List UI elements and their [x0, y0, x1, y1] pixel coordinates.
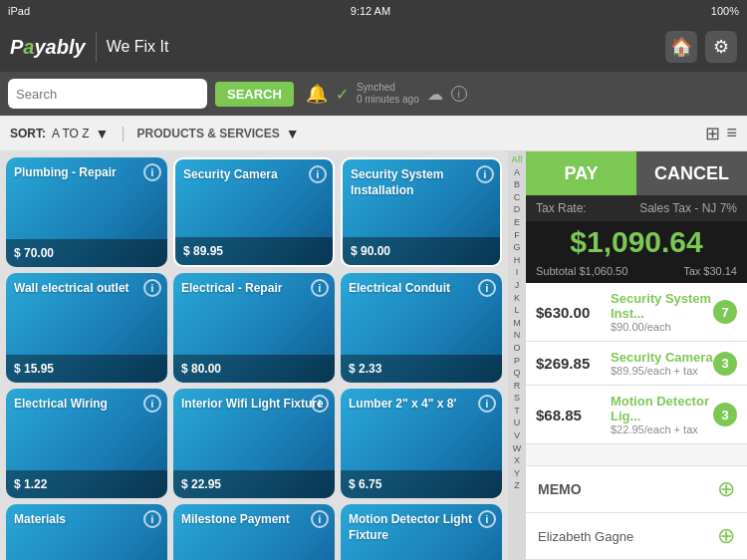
search-box	[8, 79, 207, 109]
product-info-icon[interactable]: i	[143, 395, 161, 413]
alpha-letter-H[interactable]: H	[514, 254, 521, 267]
tax-rate-row: Tax Rate: Sales Tax - NJ 7%	[526, 195, 747, 221]
product-info-icon[interactable]: i	[478, 510, 496, 528]
battery-label: 100%	[711, 5, 739, 17]
alpha-letter-B[interactable]: B	[514, 178, 520, 191]
product-info-icon[interactable]: i	[311, 279, 329, 297]
product-price-bar: $ 6.75	[341, 470, 502, 498]
alpha-letter-C[interactable]: C	[514, 191, 521, 204]
product-info-icon[interactable]: i	[478, 279, 496, 297]
alpha-letter-M[interactable]: M	[513, 317, 521, 330]
product-card-p7[interactable]: i Electrical Wiring $ 1.22	[6, 389, 167, 498]
product-price-bar: $ 1.22	[6, 470, 167, 498]
cancel-button[interactable]: CANCEL	[636, 151, 747, 195]
product-card-p10[interactable]: i Materials	[6, 504, 167, 560]
product-info-icon[interactable]: i	[143, 510, 161, 528]
alpha-letter-Z[interactable]: Z	[514, 479, 520, 492]
settings-button[interactable]: ⚙	[705, 31, 737, 63]
grid-view-icon[interactable]: ⊞	[705, 123, 720, 144]
alpha-letter-E[interactable]: E	[514, 216, 520, 229]
view-toggle: ⊞ ≡	[705, 123, 737, 144]
memo-row[interactable]: MEMO ⊕	[526, 465, 747, 513]
alpha-letter-G[interactable]: G	[513, 241, 520, 254]
product-info-icon[interactable]: i	[476, 165, 494, 183]
info-icon[interactable]: i	[451, 86, 467, 102]
alpha-letter-D[interactable]: D	[514, 203, 521, 216]
product-name: Security System Installation	[351, 167, 492, 198]
sort-arrow-icon[interactable]: ▼	[96, 126, 110, 141]
list-view-icon[interactable]: ≡	[726, 123, 737, 144]
product-name: Security Camera	[183, 167, 325, 183]
subtax-row: Subtotal $1,060.50 Tax $30.14	[526, 263, 747, 283]
alpha-letter-T[interactable]: T	[514, 405, 520, 418]
product-card-p8[interactable]: i Interior Wifi Light Fixture $ 22.95	[173, 389, 335, 498]
product-info-icon[interactable]: i	[311, 510, 329, 528]
alpha-letter-V[interactable]: V	[514, 429, 520, 442]
alpha-letter-S[interactable]: S	[514, 392, 520, 405]
alpha-letter-A[interactable]: A	[514, 166, 520, 179]
alpha-letter-P[interactable]: P	[514, 355, 520, 368]
product-price: $ 15.95	[14, 362, 54, 376]
product-card-p6[interactable]: i Electrical Conduit $ 2.33	[341, 273, 502, 383]
alpha-letter-Y[interactable]: Y	[514, 467, 520, 480]
order-item-detail: $89.95/each + tax	[611, 365, 713, 377]
search-button[interactable]: SEARCH	[215, 82, 294, 107]
sort-label: SORT:	[10, 127, 46, 140]
alpha-letter-L[interactable]: L	[514, 304, 519, 317]
alpha-letter-F[interactable]: F	[514, 229, 520, 242]
product-price-bar: $ 89.95	[175, 237, 333, 265]
order-item-1[interactable]: $269.85 Security Camera $89.95/each + ta…	[526, 342, 747, 386]
product-info-icon[interactable]: i	[309, 165, 327, 183]
product-card-p1[interactable]: i Plumbing - Repair $ 70.00	[6, 157, 167, 267]
alpha-letter-J[interactable]: J	[515, 279, 520, 292]
memo-add-icon[interactable]: ⊕	[717, 476, 735, 502]
alpha-letter-N[interactable]: N	[514, 329, 521, 342]
tax-rate-value: Sales Tax - NJ 7%	[639, 201, 737, 215]
alpha-letter-I[interactable]: I	[516, 266, 519, 279]
alpha-letter-K[interactable]: K	[514, 292, 520, 305]
order-item-info: Security System Inst... $90.00/each	[611, 291, 713, 333]
alpha-letter-X[interactable]: X	[514, 454, 520, 467]
alpha-letter-U[interactable]: U	[514, 417, 521, 429]
product-price: $ 6.75	[349, 477, 381, 491]
order-item-2[interactable]: $68.85 Motion Detector Lig... $22.95/eac…	[526, 386, 747, 444]
alpha-letter-R[interactable]: R	[514, 380, 521, 393]
product-card-p9[interactable]: i Lumber 2" x 4" x 8' $ 6.75	[341, 389, 502, 498]
product-price-bar: $ 22.95	[173, 470, 335, 498]
search-input[interactable]	[16, 87, 199, 102]
product-card-p2[interactable]: i Security Camera $ 89.95	[173, 157, 335, 267]
alpha-letter-O[interactable]: O	[513, 342, 520, 355]
alpha-letter-W[interactable]: W	[513, 442, 522, 455]
sort-value: A TO Z	[52, 127, 90, 140]
order-item-detail: $22.95/each + tax	[611, 423, 713, 435]
customer-row[interactable]: Elizabeth Gagne ⊕	[526, 513, 747, 560]
order-item-0[interactable]: $630.00 Security System Inst... $90.00/e…	[526, 283, 747, 342]
order-item-info: Security Camera $89.95/each + tax	[611, 350, 713, 377]
order-item-detail: $90.00/each	[611, 321, 713, 333]
product-name: Electrical Wiring	[14, 397, 159, 413]
customer-add-icon[interactable]: ⊕	[717, 523, 735, 549]
company-name: We Fix It	[107, 38, 665, 56]
products-arrow-icon[interactable]: ▼	[286, 126, 300, 141]
home-button[interactable]: 🏠	[665, 31, 697, 63]
product-card-p12[interactable]: i Motion Detector Light Fixture	[341, 504, 502, 560]
product-info-icon[interactable]: i	[478, 395, 496, 413]
product-info-icon[interactable]: i	[311, 395, 329, 413]
product-name: Lumber 2" x 4" x 8'	[349, 397, 494, 413]
ipad-status-bar: iPad 9:12 AM 100%	[0, 0, 747, 22]
alpha-letter-Q[interactable]: Q	[513, 367, 520, 380]
product-card-p11[interactable]: i Milestone Payment	[173, 504, 335, 560]
product-info-icon[interactable]: i	[143, 163, 161, 181]
bell-icon[interactable]: 🔔	[306, 83, 328, 105]
product-info-icon[interactable]: i	[143, 279, 161, 297]
sync-label: Synched	[357, 82, 419, 94]
product-name: Electrical - Repair	[181, 281, 327, 297]
product-card-p3[interactable]: i Security System Installation $ 90.00	[341, 157, 502, 267]
cloud-icon: ☁	[427, 85, 443, 104]
alpha-letter-All[interactable]: All	[511, 153, 523, 166]
app-logo: Payably	[10, 36, 86, 59]
pay-button[interactable]: PAY	[526, 151, 636, 195]
product-price: $ 70.00	[14, 246, 54, 260]
product-card-p5[interactable]: i Electrical - Repair $ 80.00	[173, 273, 335, 383]
product-card-p4[interactable]: i Wall electrical outlet $ 15.95	[6, 273, 167, 383]
